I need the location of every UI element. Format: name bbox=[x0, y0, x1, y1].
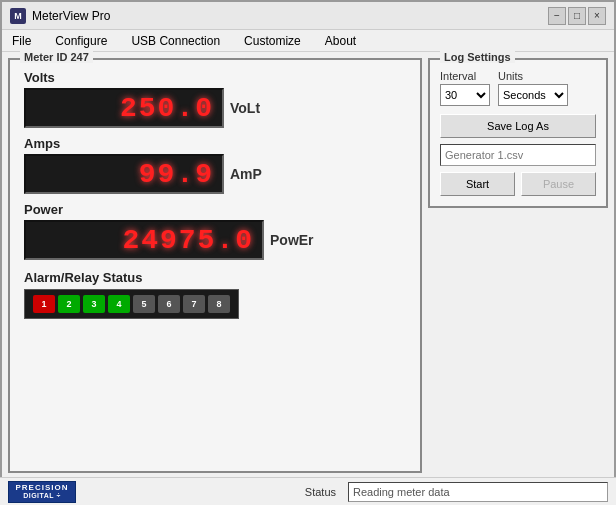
alarm-light-1: 1 bbox=[33, 295, 55, 313]
interval-select[interactable]: 30 1 5 10 60 bbox=[440, 84, 490, 106]
meter-panel: Meter ID 247 Volts 250.0 VoLt Amps 99.9 … bbox=[8, 58, 422, 473]
menu-file[interactable]: File bbox=[8, 32, 35, 50]
menu-usb[interactable]: USB Connection bbox=[127, 32, 224, 50]
power-value: 24975.0 bbox=[122, 225, 254, 256]
power-display: 24975.0 bbox=[24, 220, 264, 260]
volts-display-row: 250.0 VoLt bbox=[24, 88, 406, 128]
alarm-light-4: 4 bbox=[108, 295, 130, 313]
power-row: Power 24975.0 PowEr bbox=[24, 202, 406, 260]
log-interval-row: Interval 30 1 5 10 60 Units Seconds Minu… bbox=[440, 70, 596, 106]
volts-label: Volts bbox=[24, 70, 406, 85]
menu-bar: File Configure USB Connection Customize … bbox=[2, 30, 614, 52]
volts-row: Volts 250.0 VoLt bbox=[24, 70, 406, 128]
minimize-button[interactable]: − bbox=[548, 7, 566, 25]
alarm-light-8: 8 bbox=[208, 295, 230, 313]
restore-button[interactable]: □ bbox=[568, 7, 586, 25]
amps-value: 99.9 bbox=[139, 159, 214, 190]
alarm-section: Alarm/Relay Status 12345678 bbox=[24, 270, 406, 319]
units-field: Units Seconds Minutes Hours bbox=[498, 70, 568, 106]
log-btn-row: Start Pause bbox=[440, 172, 596, 196]
power-display-row: 24975.0 PowEr bbox=[24, 220, 406, 260]
interval-field: Interval 30 1 5 10 60 bbox=[440, 70, 490, 106]
close-button[interactable]: × bbox=[588, 7, 606, 25]
window-controls: − □ × bbox=[548, 7, 606, 25]
precision-digital-logo: PRECISION DIGITAL ÷ bbox=[8, 481, 76, 503]
amps-unit: AmP bbox=[230, 166, 280, 182]
menu-customize[interactable]: Customize bbox=[240, 32, 305, 50]
filename-input[interactable] bbox=[440, 144, 596, 166]
title-bar: M MeterView Pro − □ × bbox=[2, 2, 614, 30]
log-panel: Log Settings Interval 30 1 5 10 60 Units… bbox=[428, 58, 608, 208]
logo-line1: PRECISION bbox=[15, 483, 68, 493]
logo-line2: DIGITAL ÷ bbox=[23, 492, 61, 500]
alarm-light-6: 6 bbox=[158, 295, 180, 313]
alarm-label: Alarm/Relay Status bbox=[24, 270, 406, 285]
app-icon: M bbox=[10, 8, 26, 24]
title-bar-left: M MeterView Pro bbox=[10, 8, 110, 24]
alarm-light-7: 7 bbox=[183, 295, 205, 313]
volts-display: 250.0 bbox=[24, 88, 224, 128]
status-label: Status bbox=[305, 486, 336, 498]
alarm-light-2: 2 bbox=[58, 295, 80, 313]
alarm-lights: 12345678 bbox=[24, 289, 239, 319]
amps-display: 99.9 bbox=[24, 154, 224, 194]
alarm-light-3: 3 bbox=[83, 295, 105, 313]
units-label: Units bbox=[498, 70, 568, 82]
status-bar: PRECISION DIGITAL ÷ Status bbox=[0, 477, 616, 505]
main-content: Meter ID 247 Volts 250.0 VoLt Amps 99.9 … bbox=[2, 52, 614, 479]
power-label: Power bbox=[24, 202, 406, 217]
status-input bbox=[348, 482, 608, 502]
log-panel-title: Log Settings bbox=[440, 51, 515, 63]
amps-display-row: 99.9 AmP bbox=[24, 154, 406, 194]
menu-about[interactable]: About bbox=[321, 32, 360, 50]
units-select[interactable]: Seconds Minutes Hours bbox=[498, 84, 568, 106]
interval-label: Interval bbox=[440, 70, 490, 82]
start-button[interactable]: Start bbox=[440, 172, 515, 196]
volts-unit: VoLt bbox=[230, 100, 280, 116]
meter-panel-title: Meter ID 247 bbox=[20, 51, 93, 63]
volts-value: 250.0 bbox=[120, 93, 214, 124]
menu-configure[interactable]: Configure bbox=[51, 32, 111, 50]
pause-button[interactable]: Pause bbox=[521, 172, 596, 196]
save-log-as-button[interactable]: Save Log As bbox=[440, 114, 596, 138]
power-unit: PowEr bbox=[270, 232, 320, 248]
alarm-light-5: 5 bbox=[133, 295, 155, 313]
amps-label: Amps bbox=[24, 136, 406, 151]
amps-row: Amps 99.9 AmP bbox=[24, 136, 406, 194]
window-title: MeterView Pro bbox=[32, 9, 110, 23]
